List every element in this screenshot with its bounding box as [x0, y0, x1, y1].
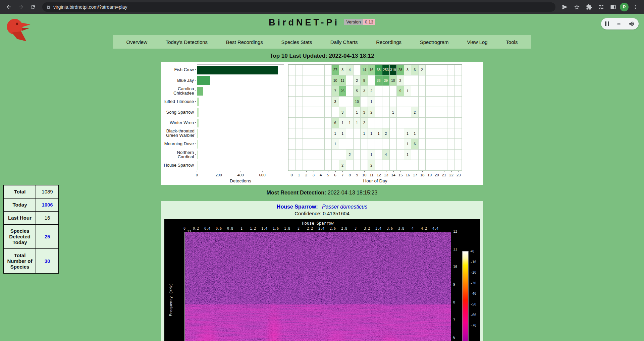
hour-axis-tick: 22	[448, 173, 455, 178]
heat-cell	[454, 86, 462, 97]
heat-cell	[375, 118, 382, 128]
bookmark-button[interactable]	[572, 2, 582, 12]
stats-value[interactable]: 25	[36, 224, 59, 249]
heat-cell	[339, 150, 346, 160]
pause-button[interactable]	[605, 21, 609, 26]
detection-scientific[interactable]: Passer domesticus	[322, 204, 367, 210]
nav-item-overview[interactable]: Overview	[126, 39, 148, 45]
back-button[interactable]	[3, 2, 14, 12]
heat-cell	[375, 107, 382, 118]
heat-cell	[382, 86, 390, 97]
bar-row	[197, 160, 284, 171]
heat-cell	[390, 97, 397, 107]
version-badge: Version 0.13	[344, 19, 375, 25]
heat-cell	[303, 150, 310, 160]
heat-cell	[433, 150, 440, 160]
heat-cell	[447, 65, 455, 75]
heat-cell	[296, 107, 303, 118]
heat-cell	[397, 139, 404, 150]
heat-cell	[390, 150, 397, 160]
nav-item-view-log[interactable]: View Log	[467, 39, 487, 45]
spectrogram-main: Frequency (kHz) 12111098765	[164, 232, 480, 341]
heat-cell	[325, 150, 332, 160]
bar-row	[197, 150, 284, 160]
stats-label: Species Detected Today	[4, 224, 36, 249]
reload-button[interactable]	[28, 2, 38, 12]
spec-x-tick: 1.8	[284, 227, 290, 230]
tune-button[interactable]	[596, 2, 606, 12]
heat-cell	[303, 65, 310, 75]
heat-cell	[354, 150, 361, 160]
extensions-button[interactable]	[584, 2, 594, 12]
nav-item-best-recordings[interactable]: Best Recordings	[226, 39, 263, 45]
speaker-icon[interactable]	[629, 21, 635, 27]
send-button[interactable]	[559, 2, 570, 12]
heat-cell	[325, 86, 332, 97]
heat-cell	[296, 128, 303, 139]
species-label: Mourning Dove	[161, 138, 196, 149]
heat-cell: 36	[375, 75, 382, 86]
heat-cell	[411, 160, 419, 171]
heat-cell	[325, 139, 332, 150]
heat-cell	[419, 107, 426, 118]
heat-cell: 1	[332, 128, 339, 139]
nav-item-daily-charts[interactable]: Daily Charts	[330, 39, 358, 45]
heat-cell	[440, 139, 447, 150]
spec-x-tick: 1	[240, 227, 243, 230]
profile-avatar[interactable]: P	[620, 3, 629, 11]
detection-species[interactable]: House Sparrow:	[277, 204, 318, 210]
menu-button[interactable]	[630, 2, 641, 12]
heat-cell	[454, 160, 462, 171]
heat-cell: 1	[411, 128, 419, 139]
stats-value[interactable]: 30	[36, 249, 59, 273]
hour-axis-label: Hour of Day	[288, 178, 462, 183]
forward-button[interactable]	[15, 2, 26, 12]
species-label: Winter Wren	[161, 117, 196, 128]
bar-row	[197, 118, 284, 128]
heat-cell	[346, 160, 354, 171]
side-panel-button[interactable]	[608, 2, 619, 12]
heat-cell	[375, 86, 382, 97]
spec-x-tick: 3	[355, 227, 357, 230]
seek-handle[interactable]	[617, 23, 621, 24]
heat-cell	[310, 118, 318, 128]
stats-table: Total1089Today1006Last Hour16Species Det…	[3, 185, 59, 274]
heat-cell	[404, 107, 412, 118]
spec-x-tick: 1.2	[250, 227, 256, 230]
nav-item-recordings[interactable]: Recordings	[376, 39, 401, 45]
heat-cell	[426, 65, 433, 75]
menu-kebab-icon	[633, 4, 638, 10]
spec-x-tick: 2.4	[318, 227, 324, 230]
heat-cell	[361, 150, 368, 160]
heat-cell	[288, 75, 296, 86]
nav-item-today-s-detections[interactable]: Today's Detections	[166, 39, 208, 45]
heat-cell: 26	[339, 86, 346, 97]
heat-cell	[419, 97, 426, 107]
tune-icon	[598, 4, 604, 10]
omnibox[interactable]: virginia.birdnetpi.com/?stream=play	[42, 2, 555, 12]
stats-value[interactable]: 1006	[36, 198, 59, 211]
heat-cell	[390, 160, 397, 171]
nav-item-spectrogram[interactable]: Spectrogram	[420, 39, 449, 45]
heat-cell	[288, 107, 296, 118]
heat-cell	[288, 160, 296, 171]
heat-cell	[303, 75, 310, 86]
heat-cell	[411, 86, 419, 97]
heat-cell: 2	[354, 75, 361, 86]
heat-cell	[296, 97, 303, 107]
heat-cell	[317, 150, 325, 160]
heat-cell	[296, 160, 303, 171]
colorbar-tick: -70	[470, 324, 476, 327]
spec-y-tick: 9	[453, 283, 461, 286]
recent-detection-line: Most Recent Detection: 2022-04-13 18:15:…	[0, 190, 644, 196]
colorbar-tick: -30	[470, 281, 476, 285]
nav-item-tools[interactable]: Tools	[506, 39, 518, 45]
species-labels-column: Fish CrowBlue JayCarolina ChickadeeTufte…	[161, 64, 196, 171]
heat-cell	[339, 97, 346, 107]
nav-item-species-stats[interactable]: Species Stats	[281, 39, 312, 45]
heat-cell	[375, 97, 382, 107]
hour-axis-tick: 17	[412, 173, 419, 178]
bar-row	[197, 65, 284, 75]
heat-cell: 4	[346, 65, 354, 75]
heat-cell: 27	[332, 65, 339, 75]
